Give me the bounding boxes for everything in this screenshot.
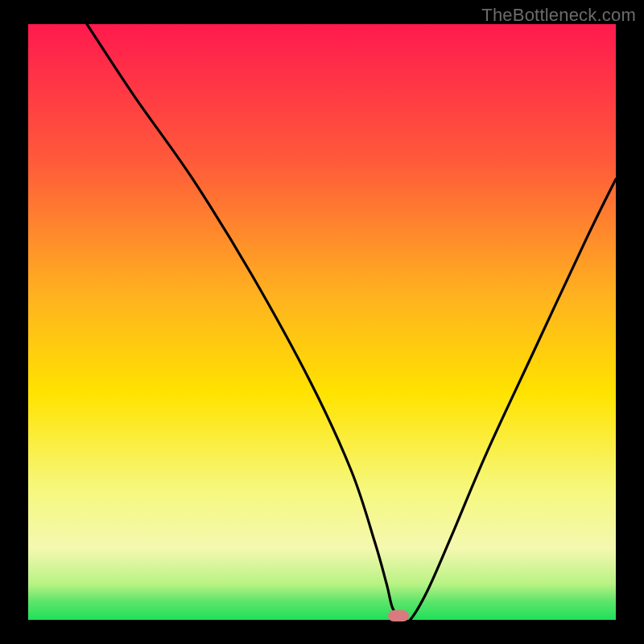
optimal-point-marker	[388, 610, 409, 621]
watermark-text: TheBottleneck.com	[481, 5, 636, 26]
bottleneck-curve	[28, 24, 616, 620]
plot-area	[28, 24, 616, 620]
chart-frame: TheBottleneck.com	[0, 0, 644, 644]
